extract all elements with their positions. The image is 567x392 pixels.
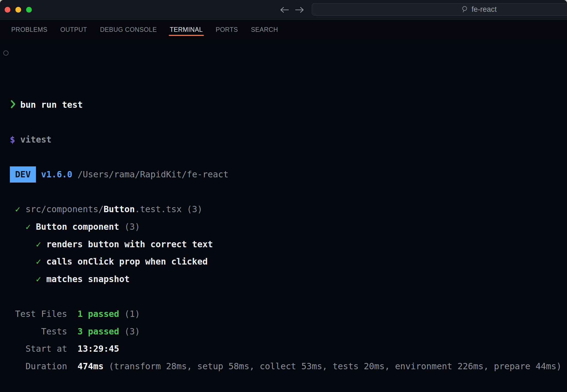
panel-tabs: PROBLEMSOUTPUTDEBUG CONSOLETERMINALPORTS… [0, 20, 567, 40]
check-icon: ✓ [36, 253, 41, 271]
tab-search[interactable]: SEARCH [251, 20, 278, 40]
terminal-text-segment [10, 204, 15, 214]
terminal-text-segment [10, 257, 36, 266]
back-button[interactable] [279, 6, 289, 14]
forward-button[interactable] [295, 6, 305, 14]
tab-debug-console[interactable]: DEBUG CONSOLE [100, 20, 157, 40]
search-box[interactable]: fe-react [312, 3, 567, 16]
search-value: fe-react [471, 5, 497, 14]
terminal-line: ✓ src/components/Button.test.tsx (3) [10, 201, 567, 218]
terminal-text-segment: src/components/ [26, 204, 103, 214]
terminal-line: Tests 3 passed (3) [10, 323, 567, 340]
minimize-button[interactable] [15, 7, 21, 13]
terminal-text-segment [10, 326, 41, 336]
app-window: fe-react PROBLEMSOUTPUTDEBUG CONSOLETERM… [0, 0, 567, 392]
terminal-text-segment [20, 204, 26, 214]
terminal-text-segment [72, 169, 78, 179]
terminal-text-segment: Duration [26, 361, 67, 371]
terminal-text-segment: vitest [20, 135, 52, 144]
terminal-text-segment [10, 344, 26, 354]
tab-ports[interactable]: PORTS [216, 20, 238, 40]
terminal-text-segment: matches snapshot [46, 274, 130, 284]
terminal-text-segment: (3) [182, 204, 203, 214]
terminal-text-segment [10, 309, 15, 319]
traffic-lights [5, 7, 32, 13]
terminal-text-segment [10, 239, 36, 249]
terminal-line: bun run test [10, 96, 567, 114]
command-decoration-icon [3, 50, 9, 56]
terminal-text-segment: 1 passed [78, 309, 119, 319]
terminal-text-segment [41, 239, 46, 249]
terminal-text-segment: (3) [119, 222, 140, 232]
dev-badge: DEV [10, 166, 36, 183]
terminal-text-segment: Button [103, 204, 135, 214]
terminal-text-segment: 3 passed [78, 326, 119, 336]
terminal-text-segment: renders button with correct text [46, 239, 213, 249]
terminal-text-segment [67, 309, 78, 319]
check-icon: ✓ [36, 271, 41, 288]
title-bar: fe-react [0, 0, 567, 20]
terminal-text-segment [67, 361, 78, 371]
terminal-text-segment [41, 257, 46, 266]
terminal-line [10, 375, 567, 392]
terminal-line: $ vitest [10, 131, 567, 149]
terminal-line: Duration 474ms (transform 28ms, setup 58… [10, 358, 567, 375]
terminal-text-segment: .test.tsx [135, 204, 182, 214]
terminal-text-segment: 13:29:45 [78, 344, 119, 354]
terminal-line [10, 288, 567, 305]
nav-arrows [279, 0, 305, 19]
terminal-text-segment [36, 169, 41, 179]
terminal-text-segment: bun run test [20, 100, 83, 110]
terminal-line: ✓ Button component (3) [10, 218, 567, 236]
check-icon: ✓ [36, 236, 41, 253]
arrow-left-icon [279, 6, 289, 14]
tab-output[interactable]: OUTPUT [60, 20, 87, 40]
terminal-text-segment: v1.6.0 [41, 169, 72, 179]
terminal-panel[interactable]: bun run test $ vitest DEV v1.6.0 /Users/… [0, 40, 567, 392]
tab-terminal[interactable]: TERMINAL [170, 20, 203, 40]
terminal-line: Test Files 1 passed (1) [10, 305, 567, 323]
terminal-text-segment: (transform 28ms, setup 58ms, collect 53m… [103, 361, 562, 371]
check-icon: ✓ [26, 218, 31, 236]
terminal-line: ✓ matches snapshot [10, 271, 567, 288]
terminal-text-segment: Button component [36, 222, 119, 232]
terminal-text-segment: Tests [41, 326, 67, 336]
zoom-button[interactable] [26, 7, 32, 13]
terminal-line [10, 149, 567, 166]
terminal-text-segment: (3) [119, 326, 140, 336]
terminal-line: ✓ calls onClick prop when clicked [10, 253, 567, 271]
prompt-chevron-icon [10, 96, 20, 114]
terminal-text-segment: calls onClick prop when clicked [46, 257, 208, 266]
terminal-text-segment [10, 361, 26, 371]
terminal-text-segment: (1) [119, 309, 140, 319]
terminal-line [10, 183, 567, 201]
terminal-text-segment: 474ms [78, 361, 104, 371]
terminal-line [10, 113, 567, 131]
check-icon: ✓ [15, 201, 20, 218]
terminal-text-segment [10, 274, 36, 284]
search-icon [462, 6, 469, 13]
terminal-text-segment: $ [10, 135, 20, 144]
terminal-text-segment: Start at [26, 344, 67, 354]
arrow-right-icon [295, 6, 305, 14]
terminal-text-segment: Test Files [15, 309, 67, 319]
tab-problems[interactable]: PROBLEMS [11, 20, 47, 40]
terminal-line: DEV v1.6.0 /Users/rama/RapidKit/fe-react [10, 166, 567, 183]
terminal-text-segment [31, 222, 36, 232]
terminal-text-segment [67, 344, 78, 354]
terminal-text-segment [41, 274, 46, 284]
terminal-text-segment [67, 326, 78, 336]
close-button[interactable] [5, 7, 10, 13]
terminal-line: Start at 13:29:45 [10, 340, 567, 358]
terminal-line: ✓ renders button with correct text [10, 236, 567, 253]
terminal-text-segment [10, 222, 26, 232]
terminal-text-segment: /Users/rama/RapidKit/fe-react [78, 169, 229, 179]
terminal-output: bun run test $ vitest DEV v1.6.0 /Users/… [10, 96, 567, 392]
